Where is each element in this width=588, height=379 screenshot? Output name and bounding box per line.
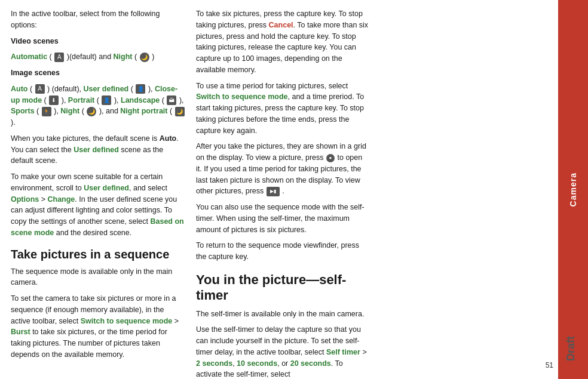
l-close: ),: [179, 96, 184, 104]
auto-text: Automatic: [11, 53, 47, 61]
np-close: ).: [11, 118, 16, 127]
10sec-ref: 10 seconds: [237, 359, 277, 368]
video-default-text: )(default) and: [67, 53, 114, 61]
sidebar-label: Camera: [567, 172, 579, 207]
para2-right: To use a time period for taking pictures…: [196, 81, 369, 137]
night-portrait-icon: 🌙: [175, 107, 185, 116]
ud-paren: (: [131, 85, 133, 93]
landscape-icon: 🏔: [167, 95, 176, 105]
video-scenes-bold: Video scenes: [11, 37, 59, 45]
draft-label: Draft: [563, 336, 578, 361]
sports-link: Sports: [11, 107, 35, 115]
np-paren: (: [170, 107, 172, 115]
sequence-heading: Take pictures in a sequence: [11, 247, 185, 261]
page-number: 51: [546, 360, 553, 371]
para2-left: To make your own scene suitable for a ce…: [11, 171, 185, 239]
20sec-ref: 20 seconds: [290, 359, 331, 368]
para7-right: Use the self-timer to delay the capture …: [196, 324, 369, 379]
view-icon: ●: [326, 154, 335, 162]
change-ref: Change: [47, 195, 75, 204]
portrait-icon: 👤: [102, 95, 111, 105]
auto-img-icon: A: [35, 84, 45, 94]
auto-paren: (: [30, 85, 32, 93]
content-area: In the active toolbar, select from the f…: [0, 0, 558, 379]
n-paren: (: [82, 107, 84, 115]
n-close: ), and: [99, 107, 120, 115]
landscape-link: Landscape: [121, 96, 160, 104]
night-icon-video: 🌙: [140, 53, 149, 62]
self-timer-ref: Self timer: [326, 348, 360, 356]
auto-bold: Auto: [160, 134, 176, 143]
video-close-paren: ): [152, 53, 154, 61]
sp-close: ),: [54, 107, 60, 115]
para4-right: You can also use the sequence mode with …: [196, 202, 369, 235]
para3-left: The sequence mode is available only in t…: [11, 266, 185, 289]
image-scenes-label: Image scenes: [11, 67, 185, 79]
self-timer-heading: You in the picture—self-timer: [196, 272, 369, 304]
burst-ref: Burst: [11, 328, 30, 336]
user-defined-icon: 👤: [136, 84, 145, 94]
para1-left: When you take pictures, the default scen…: [11, 133, 185, 167]
image-scenes-bold: Image scenes: [11, 69, 60, 77]
image-scenes-content: Auto ( A ) (default), User defined ( 👤 )…: [11, 84, 185, 128]
auto-default: ) (default),: [47, 85, 83, 93]
closeup-icon: ⬇: [49, 95, 59, 105]
options-ref: Options: [11, 195, 39, 204]
night-link: Night: [60, 107, 79, 115]
sp-paren: (: [36, 107, 39, 115]
para1-right: To take six pictures, press the capture …: [196, 8, 369, 76]
video-night-paren: (: [134, 53, 137, 61]
cu-close: ),: [62, 96, 68, 104]
sports-icon: 🏃: [42, 107, 51, 116]
video-scenes-label: Video scenes: [11, 36, 185, 47]
switch-seq-ref: Switch to sequence mode: [81, 317, 173, 325]
para3-right: After you take the pictures, they are sh…: [196, 141, 369, 197]
right-column: To take six pictures, press the capture …: [196, 8, 375, 371]
based-ref: Based on scene mode: [11, 217, 184, 237]
ud-close: ),: [148, 85, 155, 93]
user-defined-ref: User defined: [74, 146, 119, 154]
video-paren-open: (: [50, 53, 52, 61]
night-text: Night: [114, 53, 133, 61]
para4-left: To set the camera to take six pictures o…: [11, 293, 185, 360]
user-defined-link: User defined: [84, 85, 129, 93]
night-portrait-link: Night portrait: [120, 107, 167, 115]
video-scenes-content: Automatic ( A )(default) and Night ( 🌙 ): [11, 51, 185, 63]
p-paren: (: [97, 96, 99, 104]
left-column: In the active toolbar, select from the f…: [11, 8, 196, 371]
ud-ref2: User defined: [84, 184, 129, 192]
auto-icon: A: [54, 53, 64, 62]
night-img-icon: 🌙: [87, 107, 96, 116]
2sec-ref: 2 seconds: [196, 359, 232, 368]
cu-paren: (: [44, 96, 47, 104]
l-paren: (: [162, 96, 164, 104]
switch-seq-ref2: Switch to sequence mode: [196, 93, 288, 101]
p-close: ),: [114, 96, 121, 104]
portrait-link: Portrait: [68, 96, 94, 104]
auto-link: Auto: [11, 85, 27, 93]
para6-right: The self-timer is available only in the …: [196, 309, 369, 320]
page-wrapper: In the active toolbar, select from the f…: [0, 0, 588, 379]
para5-right: To return to the sequence mode viewfinde…: [196, 240, 369, 263]
sidebar: Camera Draft: [558, 0, 588, 379]
intro-text: In the active toolbar, select from the f…: [11, 8, 185, 31]
nav-icon: ▶▮: [267, 187, 280, 196]
cancel-text: Cancel: [269, 21, 293, 29]
